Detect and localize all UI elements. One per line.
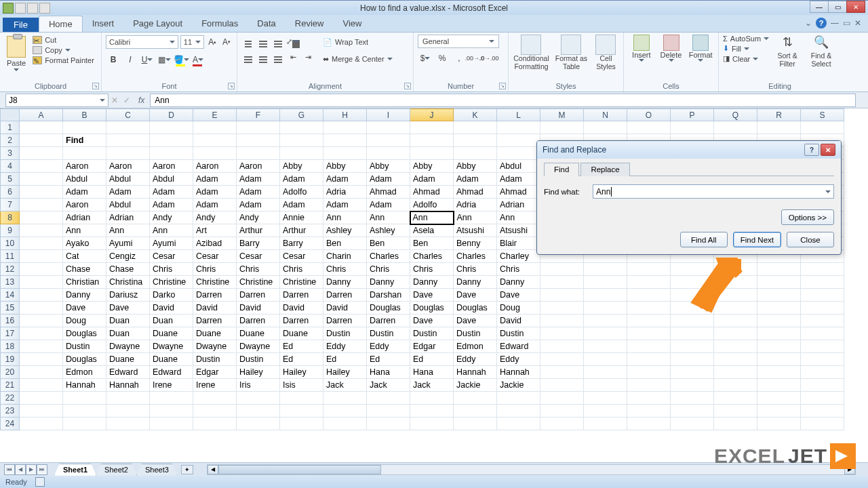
cell[interactable]: Dave <box>63 302 106 314</box>
cell[interactable]: Dave <box>454 289 497 302</box>
cell[interactable]: Ed <box>280 340 323 353</box>
cell[interactable]: Douglas <box>63 353 106 366</box>
row-header[interactable]: 8 <box>1 211 20 224</box>
column-header[interactable]: N <box>584 109 627 121</box>
cell[interactable] <box>671 121 714 134</box>
cell[interactable]: Abby <box>280 160 323 173</box>
cell[interactable] <box>20 302 63 314</box>
cell[interactable]: Charles <box>454 250 497 263</box>
cell-styles-button[interactable]: Cell Styles <box>593 35 619 70</box>
align-right-icon[interactable] <box>271 50 285 64</box>
cell[interactable]: Edward <box>150 366 193 379</box>
cell[interactable]: Darren <box>367 314 410 327</box>
cell[interactable]: Ed <box>410 353 454 366</box>
column-header[interactable]: S <box>801 109 844 121</box>
cell[interactable]: Aaron <box>63 160 106 173</box>
cell[interactable]: Find <box>63 134 106 147</box>
cell[interactable]: Christian <box>63 276 106 289</box>
cell[interactable] <box>584 302 627 314</box>
cell[interactable]: Adria <box>323 186 367 199</box>
cell[interactable] <box>410 121 454 134</box>
cell[interactable] <box>410 418 454 430</box>
cell[interactable] <box>20 327 63 340</box>
cell[interactable]: David <box>280 302 323 314</box>
cell[interactable] <box>540 314 584 327</box>
cell[interactable]: Darko <box>150 289 193 302</box>
cell[interactable]: Barry <box>237 237 280 250</box>
cell[interactable]: Ben <box>410 237 454 250</box>
align-center-icon[interactable] <box>256 50 270 64</box>
cell[interactable] <box>20 314 63 327</box>
cell[interactable]: Arthur <box>237 224 280 237</box>
cell[interactable] <box>714 340 757 353</box>
dialog-close-button[interactable]: ✕ <box>821 144 835 156</box>
cell[interactable] <box>584 327 627 340</box>
number-expand-icon[interactable] <box>499 83 506 89</box>
cell[interactable]: Ayumi <box>106 237 150 250</box>
cell[interactable] <box>237 405 280 418</box>
cell[interactable]: Dave <box>410 314 454 327</box>
cell[interactable] <box>497 147 540 160</box>
cell[interactable] <box>714 366 757 379</box>
cell[interactable]: Edgar <box>193 366 237 379</box>
cell[interactable] <box>627 340 671 353</box>
cell[interactable] <box>540 353 584 366</box>
cell[interactable] <box>801 418 844 430</box>
cell[interactable] <box>454 147 497 160</box>
row-header[interactable]: 7 <box>1 199 20 211</box>
cell[interactable] <box>714 289 757 302</box>
row-header[interactable]: 11 <box>1 250 20 263</box>
last-sheet-icon[interactable]: ⏭ <box>37 464 47 475</box>
options-button[interactable]: Options >> <box>781 209 834 225</box>
cell[interactable]: Adam <box>150 186 193 199</box>
cell[interactable]: Chase <box>106 263 150 276</box>
column-header[interactable]: K <box>454 109 497 121</box>
cell[interactable] <box>627 418 671 430</box>
cell[interactable]: Iris <box>237 379 280 392</box>
cell[interactable]: Asela <box>410 224 454 237</box>
cell[interactable] <box>714 263 757 276</box>
cell[interactable] <box>671 263 714 276</box>
cell[interactable]: Jack <box>323 379 367 392</box>
cell[interactable] <box>801 392 844 405</box>
cell[interactable] <box>671 276 714 289</box>
cell[interactable]: Hailey <box>323 366 367 379</box>
cell[interactable] <box>584 353 627 366</box>
cell[interactable] <box>20 418 63 430</box>
cell[interactable]: Ahmad <box>367 186 410 199</box>
dialog-tab-replace[interactable]: Replace <box>580 163 629 176</box>
italic-button[interactable]: I <box>123 52 138 67</box>
cell[interactable] <box>367 418 410 430</box>
cell[interactable]: Duane <box>237 327 280 340</box>
cell[interactable]: Chris <box>323 263 367 276</box>
dialog-titlebar[interactable]: Find and Replace ? ✕ <box>537 141 841 159</box>
cell[interactable]: Cesar <box>193 250 237 263</box>
redo-icon[interactable] <box>39 3 50 14</box>
cell[interactable]: Dustin <box>367 327 410 340</box>
cell[interactable]: Chris <box>237 263 280 276</box>
cell[interactable] <box>454 134 497 147</box>
cell[interactable] <box>584 405 627 418</box>
cell[interactable]: Ann <box>497 211 540 224</box>
cell[interactable] <box>367 134 410 147</box>
cell[interactable] <box>714 327 757 340</box>
maximize-button[interactable]: ▭ <box>828 1 847 13</box>
ribbon-tab-page-layout[interactable]: Page Layout <box>123 16 192 32</box>
cell[interactable]: Adam <box>410 173 454 186</box>
row-header[interactable]: 12 <box>1 263 20 276</box>
cell[interactable]: Adria <box>454 199 497 211</box>
row-header[interactable]: 13 <box>1 276 20 289</box>
cell[interactable]: Ed <box>323 353 367 366</box>
cell[interactable] <box>150 121 193 134</box>
conditional-formatting-button[interactable]: Conditional Formatting <box>513 35 550 70</box>
bold-button[interactable]: B <box>106 52 121 67</box>
cell[interactable] <box>757 276 801 289</box>
enter-formula-icon[interactable]: ✓ <box>121 96 133 105</box>
cell[interactable]: Chris <box>150 263 193 276</box>
cell[interactable]: Dustin <box>193 353 237 366</box>
sheet-tab-sheet1[interactable]: Sheet1 <box>54 464 96 476</box>
cell[interactable]: Adam <box>193 186 237 199</box>
cell[interactable]: Adrian <box>106 211 150 224</box>
cell[interactable]: Adam <box>367 199 410 211</box>
cell[interactable]: Adam <box>237 199 280 211</box>
